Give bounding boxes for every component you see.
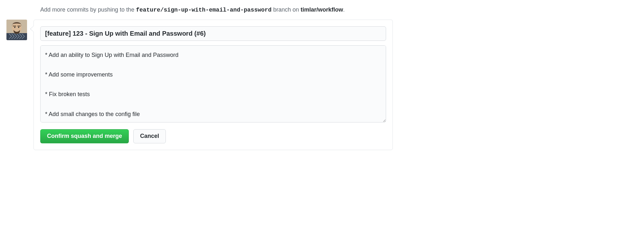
confirm-squash-merge-button[interactable]: Confirm squash and merge bbox=[40, 129, 129, 143]
avatar bbox=[6, 20, 27, 40]
hint-prefix: Add more commits by pushing to the bbox=[40, 6, 136, 13]
branch-name: feature/sign-up-with-email-and-password bbox=[136, 7, 271, 13]
merge-commit-box: Confirm squash and merge Cancel bbox=[33, 20, 393, 150]
commit-title-input[interactable] bbox=[40, 26, 386, 41]
svg-point-3 bbox=[14, 27, 15, 28]
cancel-button[interactable]: Cancel bbox=[133, 129, 166, 143]
hint-middle: branch on bbox=[271, 6, 300, 13]
svg-point-4 bbox=[18, 27, 19, 28]
push-hint: Add more commits by pushing to the featu… bbox=[40, 6, 393, 13]
commit-body-textarea[interactable] bbox=[40, 45, 386, 122]
merge-actions: Confirm squash and merge Cancel bbox=[40, 129, 386, 143]
hint-suffix: . bbox=[343, 6, 345, 13]
repo-name: timlar/workflow bbox=[300, 6, 343, 13]
